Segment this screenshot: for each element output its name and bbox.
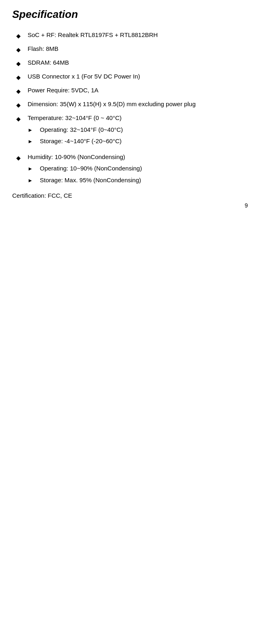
- list-item-text: SDRAM: 64MB: [28, 58, 248, 68]
- list-item-text: Flash: 8MB: [28, 44, 248, 54]
- list-item: ◆SoC + RF: Realtek RTL8197FS + RTL8812BR…: [16, 31, 248, 40]
- list-item-text: Power Require: 5VDC, 1A: [28, 86, 248, 95]
- list-item: ◆Power Require: 5VDC, 1A: [16, 86, 248, 96]
- sub-list-item-text: Operating: 10~90% (NonCondensing): [40, 164, 248, 173]
- sub-list: ►Operating: 10~90% (NonCondensing)►Stora…: [28, 164, 248, 185]
- list-item: ◆Flash: 8MB: [16, 44, 248, 54]
- bullet-icon: ◆: [16, 46, 24, 54]
- page-container: Specification ◆SoC + RF: Realtek RTL8197…: [0, 0, 260, 217]
- page-title: Specification: [12, 8, 248, 21]
- certification-line: Certification: FCC, CE: [12, 191, 248, 201]
- bullet-icon: ◆: [16, 101, 24, 109]
- list-item: ◆Humidity: 10-90% (NonCondensing)►Operat…: [16, 153, 248, 188]
- list-item-text: Dimension: 35(W) x 115(H) x 9.5(D) mm ex…: [28, 100, 248, 109]
- list-item-text: USB Connector x 1 (For 5V DC Power In): [28, 72, 248, 81]
- sub-list-item: ►Operating: 10~90% (NonCondensing): [28, 164, 248, 173]
- sub-list-item: ►Storage: Max. 95% (NonCondensing): [28, 176, 248, 185]
- bullet-icon: ◆: [16, 32, 24, 40]
- sub-list-item-text: Storage: Max. 95% (NonCondensing): [40, 176, 248, 185]
- list-item: ◆Dimension: 35(W) x 115(H) x 9.5(D) mm e…: [16, 100, 248, 109]
- bullet-icon: ◆: [16, 87, 24, 96]
- list-item-text: Humidity: 10-90% (NonCondensing)►Operati…: [28, 153, 248, 188]
- main-list: ◆SoC + RF: Realtek RTL8197FS + RTL8812BR…: [16, 31, 248, 187]
- sub-list-item: ►Operating: 32~104°F (0~40°C): [28, 125, 248, 135]
- bullet-icon: ◆: [16, 59, 24, 68]
- bullet-icon: ◆: [16, 73, 24, 82]
- sub-bullet-icon: ►: [28, 138, 37, 146]
- list-item: ◆SDRAM: 64MB: [16, 58, 248, 68]
- certification-label: Certification:: [12, 192, 46, 199]
- list-item: ◆Temperature: 32~104°F (0 ~ 40°C)►Operat…: [16, 114, 248, 148]
- sub-list-item-text: Storage: -4~140°F (-20~60°C): [40, 137, 248, 146]
- sub-list-item: ►Storage: -4~140°F (-20~60°C): [28, 137, 248, 146]
- sub-list: ►Operating: 32~104°F (0~40°C)►Storage: -…: [28, 125, 248, 146]
- sub-bullet-icon: ►: [28, 177, 37, 185]
- certification-value: FCC, CE: [48, 192, 72, 199]
- sub-list-item-text: Operating: 32~104°F (0~40°C): [40, 125, 248, 135]
- sub-bullet-icon: ►: [28, 126, 37, 134]
- list-item-text: Temperature: 32~104°F (0 ~ 40°C)►Operati…: [28, 114, 248, 148]
- page-number: 9: [245, 202, 248, 209]
- list-item-text: SoC + RF: Realtek RTL8197FS + RTL8812BRH: [28, 31, 248, 40]
- bullet-icon: ◆: [16, 154, 24, 162]
- sub-bullet-icon: ►: [28, 165, 37, 173]
- bullet-icon: ◆: [16, 115, 24, 123]
- list-item: ◆USB Connector x 1 (For 5V DC Power In): [16, 72, 248, 82]
